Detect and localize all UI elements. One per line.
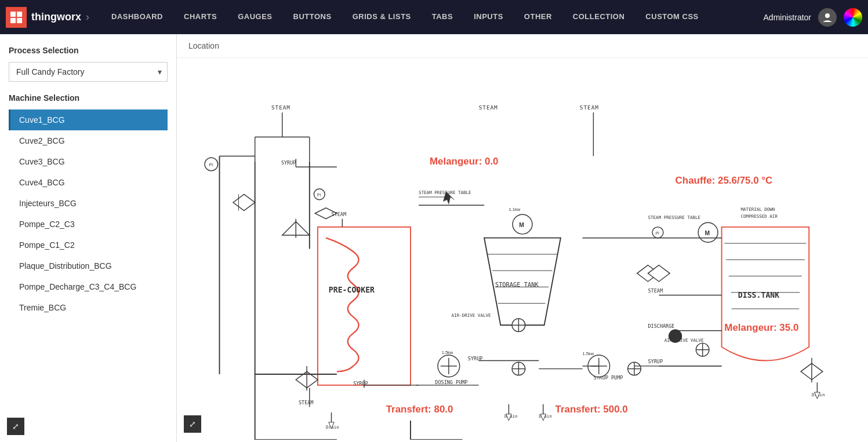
- svg-rect-0: [10, 12, 16, 17]
- logo-icon: [6, 7, 27, 28]
- machine-item-plaque_distribution_bcg[interactable]: Plaque_Distribution_BCG: [9, 255, 168, 276]
- content-area: Location STEAM PI: [177, 34, 868, 442]
- nav-menu: DASHBOARDCHARTSGAUGESBUTTONSGRIDS & LIST…: [101, 0, 764, 34]
- nav-item-dashboard[interactable]: DASHBOARD: [101, 0, 173, 34]
- melangeur-right-value: Melangeur: 35.0: [724, 322, 798, 333]
- machine-item-tremie_bcg[interactable]: Tremie_BCG: [9, 297, 168, 318]
- transfert-right-value: Transfert: 500.0: [555, 404, 627, 415]
- svg-rect-25: [318, 227, 411, 385]
- diagram-container: STEAM PI SYRUP PI: [177, 58, 868, 440]
- svg-text:PI: PI: [317, 193, 321, 197]
- svg-text:SYRUP: SYRUP: [281, 160, 296, 166]
- nav-item-inputs[interactable]: INPUTS: [463, 0, 514, 34]
- svg-text:M: M: [519, 222, 524, 228]
- svg-text:M: M: [704, 230, 710, 236]
- svg-text:1.1kw: 1.1kw: [509, 207, 520, 212]
- process-dropdown-wrapper: Full Candy Factory ▾: [9, 62, 168, 82]
- machine-item-cuve2_bcg[interactable]: Cuve2_BCG: [9, 130, 168, 151]
- svg-rect-3: [17, 18, 22, 23]
- expand-icon: ⤢: [189, 419, 196, 429]
- diagram-expand-button[interactable]: ⤢: [184, 415, 201, 433]
- sidebar-expand-button[interactable]: ⤢: [7, 418, 24, 435]
- svg-text:STEAM PRESSURE TABLE: STEAM PRESSURE TABLE: [648, 215, 701, 220]
- svg-text:AIR-DRIVE VALVE: AIR-DRIVE VALVE: [452, 313, 491, 318]
- top-navbar: thingworx › DASHBOARDCHARTSGAUGESBUTTONS…: [0, 0, 868, 34]
- machine-section-title: Machine Selection: [9, 93, 168, 103]
- nav-item-tabs[interactable]: TABS: [422, 0, 463, 34]
- svg-text:STEAM: STEAM: [299, 400, 314, 406]
- username-label: Administrator: [764, 13, 811, 22]
- svg-text:1.5kw: 1.5kw: [583, 351, 594, 356]
- logo-area: thingworx ›: [6, 7, 89, 28]
- location-label: Location: [188, 41, 219, 50]
- machine-item-cuve1_bcg[interactable]: Cuve1_BCG: [9, 109, 168, 130]
- nav-item-custom-css[interactable]: CUSTOM CSS: [635, 0, 709, 34]
- transfert-left-value: Transfert: 80.0: [386, 404, 453, 415]
- nav-item-collection[interactable]: COLLECTION: [562, 0, 635, 34]
- svg-text:STEAM: STEAM: [648, 288, 663, 294]
- machine-item-injecteurs_bcg[interactable]: Injecteurs_BCG: [9, 193, 168, 214]
- logo-text: thingworx: [31, 11, 81, 23]
- logo-chevron-icon: ›: [86, 11, 89, 23]
- process-section-title: Process Selection: [9, 46, 168, 55]
- svg-text:DISCHARGE: DISCHARGE: [648, 323, 675, 329]
- machine-item-cuve3_bcg[interactable]: Cuve3_BCG: [9, 151, 168, 172]
- nav-item-grids[interactable]: GRIDS & LISTS: [342, 0, 422, 34]
- svg-text:PRE-COOKER: PRE-COOKER: [329, 286, 375, 294]
- nav-item-buttons[interactable]: BUTTONS: [283, 0, 342, 34]
- svg-text:STEAM: STEAM: [580, 104, 599, 111]
- svg-text:STEAM: STEAM: [271, 104, 290, 111]
- machine-item-cuve4_bcg[interactable]: Cuve4_BCG: [9, 172, 168, 193]
- nav-user-area: Administrator: [764, 8, 862, 27]
- svg-text:SYRUP: SYRUP: [648, 359, 663, 364]
- svg-text:COMPRESSED AIR: COMPRESSED AIR: [741, 214, 778, 219]
- nav-item-other[interactable]: OTHER: [514, 0, 562, 34]
- melangeur-left-value: Melangeur: 0.0: [430, 156, 499, 167]
- svg-text:MATERIAL DOWN: MATERIAL DOWN: [741, 207, 775, 212]
- svg-text:STEAM: STEAM: [479, 104, 498, 111]
- svg-text:PI: PI: [656, 231, 659, 235]
- process-diagram: STEAM PI SYRUP PI: [177, 58, 868, 440]
- svg-text:STEAM: STEAM: [332, 211, 347, 217]
- svg-text:PI: PI: [209, 162, 213, 167]
- machine-item-pompe_c1_c2[interactable]: Pompe_C1_C2: [9, 235, 168, 255]
- location-header: Location: [177, 34, 868, 58]
- user-avatar-icon[interactable]: [818, 8, 837, 27]
- machine-item-pompe_decharge_c3_c4_bcg[interactable]: Pompe_Decharge_C3_C4_BCG: [9, 276, 168, 297]
- color-wheel-icon[interactable]: [844, 8, 862, 27]
- nav-item-gauges[interactable]: GAUGES: [227, 0, 282, 34]
- svg-rect-2: [10, 18, 16, 23]
- machine-item-pompe_c2_c3[interactable]: Pompe_C2_C3: [9, 214, 168, 235]
- main-layout: Process Selection Full Candy Factory ▾ M…: [0, 34, 868, 442]
- nav-item-charts[interactable]: CHARTS: [173, 0, 227, 34]
- machine-list: Cuve1_BCGCuve2_BCGCuve3_BCGCuve4_BCGInje…: [9, 109, 168, 318]
- sidebar-expand-icon: ⤢: [12, 422, 19, 431]
- svg-text:1.5kw: 1.5kw: [442, 350, 453, 355]
- svg-point-96: [669, 330, 682, 343]
- sidebar: Process Selection Full Candy Factory ▾ M…: [0, 34, 177, 442]
- chauffe-value: Chauffe: 25.6/75.0 °C: [675, 175, 773, 186]
- svg-text:DOSING PUMP: DOSING PUMP: [435, 379, 467, 385]
- process-dropdown[interactable]: Full Candy Factory: [9, 62, 168, 82]
- svg-point-4: [825, 13, 830, 18]
- svg-rect-1: [17, 12, 22, 17]
